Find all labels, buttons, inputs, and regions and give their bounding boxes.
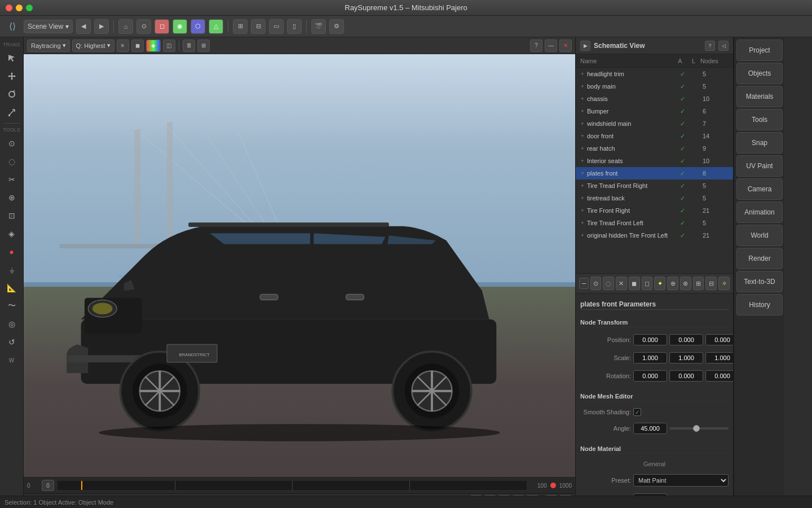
- frame-marker[interactable]: 0: [42, 480, 54, 491]
- remove-item-btn[interactable]: −: [579, 278, 589, 289]
- node-tool-1[interactable]: ⊙: [590, 277, 602, 290]
- schematic-row[interactable]: + Tire Tread Front Left ✓ 5: [576, 217, 733, 229]
- schematic-row[interactable]: + plates front ✓ 8: [576, 167, 733, 179]
- nav-btn-objects[interactable]: Objects: [736, 63, 783, 84]
- close-vp-btn[interactable]: ✕: [559, 40, 572, 52]
- close-button[interactable]: [6, 5, 12, 11]
- node-tool-5[interactable]: ◻: [642, 277, 653, 290]
- loop-cut-tool[interactable]: ↺: [3, 334, 20, 351]
- node-tool-8[interactable]: ⊗: [680, 277, 691, 290]
- position-y-input[interactable]: [669, 334, 703, 345]
- rotation-y-input[interactable]: [669, 370, 703, 382]
- node-tool-2[interactable]: ◌: [603, 277, 614, 290]
- knife-tool[interactable]: ✂: [3, 171, 20, 188]
- sphere-add-tool[interactable]: ◎: [3, 316, 20, 332]
- forward-button[interactable]: ▶: [94, 19, 109, 34]
- position-z-input[interactable]: [705, 334, 733, 345]
- node-tool-9[interactable]: ⊞: [693, 277, 704, 290]
- rotation-z-input[interactable]: [705, 370, 733, 382]
- nav-btn-materials[interactable]: Materials: [736, 86, 783, 107]
- sphere-button[interactable]: ◉: [173, 19, 187, 34]
- grid-1h-button[interactable]: ▭: [269, 19, 284, 34]
- schematic-play-btn[interactable]: ▶: [580, 41, 590, 51]
- nav-btn-tools[interactable]: Tools: [736, 109, 783, 130]
- spline-tool[interactable]: 〜: [3, 297, 20, 314]
- camera-button[interactable]: ⊙: [136, 19, 151, 34]
- smooth-shading-checkbox[interactable]: ✓: [633, 408, 641, 416]
- rotation-x-input[interactable]: [633, 370, 667, 382]
- schematic-row[interactable]: + door front ✓ 14: [576, 130, 733, 142]
- subdivide-tool[interactable]: ⊕: [3, 189, 20, 206]
- schematic-help-btn[interactable]: ?: [705, 41, 715, 51]
- magnet-tool[interactable]: ⏚: [3, 261, 20, 278]
- scale-z-input[interactable]: [705, 352, 733, 364]
- scale-x-input[interactable]: [633, 352, 667, 364]
- schematic-row[interactable]: + Bumper ✓ 6: [576, 105, 733, 117]
- schematic-list[interactable]: + headlight trim ✓ 5 + body main ✓ 5 + c…: [576, 68, 733, 273]
- nav-btn-uv-paint[interactable]: UV Paint: [736, 155, 783, 177]
- node-tool-7[interactable]: ⊕: [667, 277, 678, 290]
- wireframe-btn[interactable]: ≡: [117, 40, 129, 52]
- quality-dropdown[interactable]: Q: Highest ▾: [72, 40, 114, 52]
- grid-1v-button[interactable]: ▯: [287, 19, 302, 34]
- record-btn[interactable]: [550, 483, 556, 488]
- nav-btn-world[interactable]: World: [736, 225, 783, 246]
- scale-tool[interactable]: [3, 104, 20, 121]
- unfold-btn[interactable]: ≣: [183, 40, 195, 52]
- node-tool-10[interactable]: ⊟: [705, 277, 717, 290]
- back-button[interactable]: ◀: [76, 19, 91, 34]
- paint-tool[interactable]: ●: [3, 243, 20, 260]
- node-tool-11[interactable]: ✧: [718, 277, 730, 290]
- help-btn[interactable]: ?: [530, 40, 542, 52]
- nav-btn-text-to-3d[interactable]: Text-to-3D: [736, 271, 783, 292]
- nav-btn-animation[interactable]: Animation: [736, 202, 783, 223]
- nav-btn-history[interactable]: History: [736, 294, 783, 316]
- node-tool-6[interactable]: ✦: [654, 277, 665, 290]
- position-x-input[interactable]: [633, 334, 667, 345]
- bevel-tool[interactable]: ◈: [3, 225, 20, 242]
- select-tool[interactable]: [3, 50, 20, 67]
- schematic-row[interactable]: + original hidden Tire Front Left ✓ 21: [576, 229, 733, 242]
- schematic-row[interactable]: + tiretread back ✓ 5: [576, 192, 733, 204]
- schematic-row[interactable]: + rear hatch ✓ 9: [576, 142, 733, 155]
- measure-tool[interactable]: 📐: [3, 279, 20, 296]
- scene-view-dropdown[interactable]: Scene View ▾: [24, 20, 73, 33]
- color-btn[interactable]: ◈: [146, 40, 161, 52]
- scale-y-input[interactable]: [669, 352, 703, 364]
- schematic-row[interactable]: + chassis ✓ 10: [576, 93, 733, 105]
- viewport[interactable]: ✦: [24, 54, 575, 477]
- extrude-tool[interactable]: ⊡: [3, 207, 20, 224]
- render-button[interactable]: 🎬: [311, 19, 326, 34]
- schematic-row[interactable]: + Tire Front Right ✓ 21: [576, 204, 733, 217]
- render-mode-dropdown[interactable]: Raytracing ▾: [27, 40, 70, 52]
- rotate-tool[interactable]: [3, 86, 20, 103]
- nav-btn-camera[interactable]: Camera: [736, 178, 783, 200]
- cone-button[interactable]: △: [209, 19, 223, 34]
- maximize-button[interactable]: [26, 5, 33, 11]
- nav-btn-render[interactable]: Render: [736, 248, 783, 269]
- angle-input[interactable]: [633, 423, 667, 434]
- schematic-row[interactable]: + body main ✓ 5: [576, 80, 733, 93]
- nav-btn-snap[interactable]: Snap: [736, 132, 783, 154]
- loop-select-tool[interactable]: ⊙: [3, 135, 20, 152]
- move-tool[interactable]: [3, 68, 20, 85]
- grid-2v-button[interactable]: ⊟: [251, 19, 266, 34]
- schematic-row[interactable]: + Interior seats ✓ 10: [576, 155, 733, 167]
- schematic-collapse-btn[interactable]: ◁: [718, 41, 729, 51]
- overlay-btn[interactable]: ◫: [163, 40, 175, 52]
- nav-btn-project[interactable]: Project: [736, 40, 783, 61]
- lasso-tool[interactable]: ◌: [3, 153, 20, 170]
- solid-btn[interactable]: ◼: [131, 40, 144, 52]
- cylinder-button[interactable]: ⬡: [191, 19, 205, 34]
- settings-button[interactable]: ⚙: [329, 19, 344, 34]
- minimize-vp-btn[interactable]: —: [545, 40, 557, 52]
- node-tool-4[interactable]: ◼: [629, 277, 640, 290]
- schematic-row[interactable]: + headlight trim ✓ 5: [576, 68, 733, 80]
- schematic-row[interactable]: + windshield main ✓ 7: [576, 117, 733, 130]
- cube-button[interactable]: ◻: [155, 19, 169, 34]
- angle-slider[interactable]: [669, 427, 729, 430]
- schematic-row[interactable]: + Tire Tread Front Right ✓ 5: [576, 179, 733, 192]
- node-tool-3[interactable]: ✕: [616, 277, 627, 290]
- home-button[interactable]: ⌂: [118, 19, 133, 34]
- uv-btn[interactable]: ⊞: [197, 40, 210, 52]
